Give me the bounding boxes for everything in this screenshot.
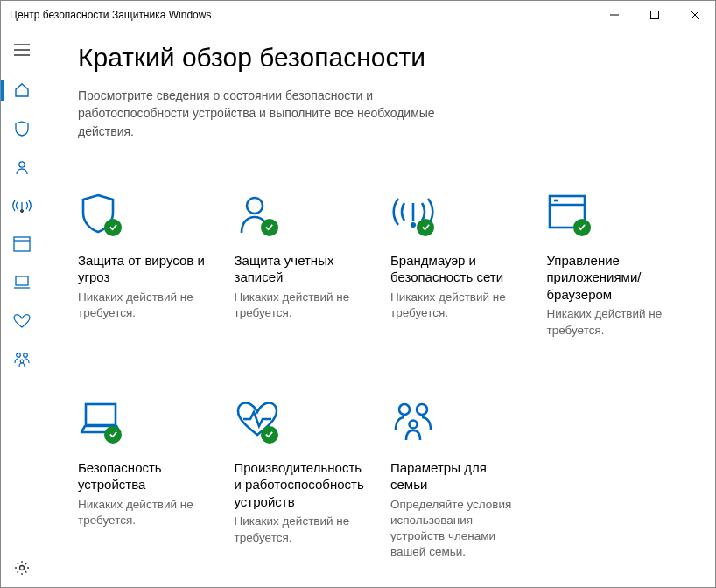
laptop-icon [78, 400, 125, 442]
home-icon [13, 81, 31, 99]
tile-title: Управление приложениями/браузером [547, 252, 681, 304]
tile-status: Никаких действий не требуется. [235, 514, 369, 545]
titlebar: Центр безопасности Защитника Windows [1, 1, 715, 29]
laptop-icon [12, 275, 32, 290]
person-icon [235, 192, 282, 234]
svg-point-24 [399, 404, 410, 415]
svg-point-25 [417, 404, 427, 415]
window-controls [594, 1, 715, 29]
check-badge-icon [417, 219, 434, 236]
shield-icon [78, 192, 125, 234]
tile-status: Никаких действий не требуется. [235, 290, 369, 321]
tile-status: Определяйте условия использования устрой… [390, 497, 524, 561]
tile-title: Защита учетных записей [235, 252, 369, 286]
svg-rect-12 [16, 276, 28, 285]
page-subtitle: Просмотрите сведения о состоянии безопас… [78, 87, 446, 140]
sidebar-item-firewall[interactable] [1, 186, 43, 225]
tile-title: Параметры для семьи [390, 459, 524, 494]
maximize-button[interactable] [635, 1, 675, 29]
svg-point-9 [21, 210, 24, 213]
gear-icon [13, 559, 31, 577]
page-title: Краткий обзор безопасности [78, 43, 680, 73]
browser-icon [547, 192, 594, 234]
sidebar-item-device[interactable] [1, 263, 43, 302]
svg-point-17 [247, 198, 263, 214]
shield-icon [13, 120, 31, 137]
tile-status: Никаких действий не требуется. [547, 306, 681, 338]
family-icon [390, 400, 438, 442]
svg-point-19 [411, 222, 416, 228]
svg-rect-10 [14, 237, 30, 251]
tile-family[interactable]: Параметры для семьи Определяйте условия … [390, 400, 524, 561]
tile-firewall[interactable]: Брандмауэр и безопасность сети Никаких д… [390, 192, 524, 339]
heart-icon [12, 313, 32, 329]
sidebar-item-virus[interactable] [1, 109, 43, 148]
tile-virus[interactable]: Защита от вирусов и угроз Никаких действ… [78, 192, 212, 339]
svg-rect-1 [651, 11, 659, 19]
sidebar-item-health[interactable] [1, 302, 43, 340]
svg-point-14 [24, 354, 28, 358]
browser-icon [13, 236, 31, 252]
svg-rect-23 [86, 404, 116, 425]
sidebar [1, 29, 43, 587]
tile-status: Никаких действий не требуется. [78, 497, 212, 528]
sidebar-item-settings[interactable] [1, 549, 43, 587]
tiles-grid: Защита от вирусов и угроз Никаких действ… [78, 192, 680, 561]
sidebar-item-family[interactable] [1, 340, 43, 379]
svg-point-16 [20, 566, 25, 570]
tile-title: Безопасность устройства [78, 459, 212, 494]
check-badge-icon [104, 219, 122, 236]
svg-point-13 [17, 354, 21, 358]
svg-point-26 [410, 420, 418, 428]
check-badge-icon [573, 219, 591, 236]
family-icon [12, 351, 32, 368]
window-title: Центр безопасности Защитника Windows [10, 9, 594, 21]
minimize-button[interactable] [594, 1, 635, 29]
tile-account[interactable]: Защита учетных записей Никаких действий … [235, 192, 369, 339]
network-icon [12, 197, 32, 214]
tile-health[interactable]: Производительность и работоспособность у… [235, 400, 369, 561]
check-badge-icon [261, 219, 278, 236]
svg-point-15 [20, 360, 24, 363]
sidebar-item-account[interactable] [1, 148, 43, 186]
check-badge-icon [261, 426, 278, 444]
sidebar-item-app[interactable] [1, 225, 43, 263]
network-icon [390, 192, 438, 234]
check-badge-icon [104, 426, 122, 444]
close-button[interactable] [675, 1, 715, 29]
svg-point-7 [19, 162, 25, 167]
sidebar-item-home[interactable] [1, 71, 43, 109]
person-icon [13, 158, 31, 176]
tile-status: Никаких действий не требуется. [78, 290, 212, 321]
tile-app[interactable]: Управление приложениями/браузером Никаки… [547, 192, 681, 339]
hamburger-button[interactable] [1, 29, 43, 71]
tile-title: Брандмауэр и безопасность сети [390, 252, 524, 286]
tile-status: Никаких действий не требуется. [390, 290, 524, 321]
tile-title: Производительность и работоспособность у… [235, 459, 369, 511]
main-content: Краткий обзор безопасности Просмотрите с… [43, 29, 715, 587]
heart-pulse-icon [235, 400, 282, 442]
tile-title: Защита от вирусов и угроз [78, 252, 212, 286]
tile-device[interactable]: Безопасность устройства Никаких действий… [78, 400, 212, 561]
